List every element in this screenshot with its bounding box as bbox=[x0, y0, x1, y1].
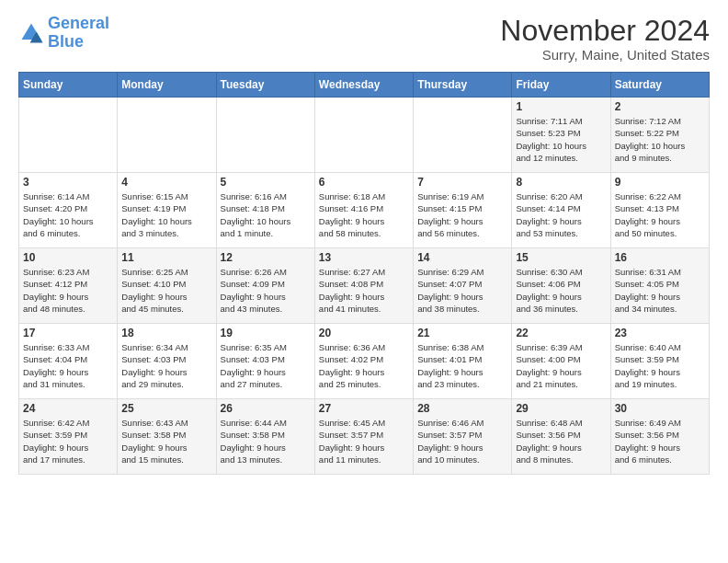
table-row: 17Sunrise: 6:33 AM Sunset: 4:04 PM Dayli… bbox=[19, 324, 118, 399]
table-row: 15Sunrise: 6:30 AM Sunset: 4:06 PM Dayli… bbox=[512, 248, 610, 324]
day-number: 8 bbox=[516, 176, 606, 189]
day-info: Sunrise: 6:15 AM Sunset: 4:19 PM Dayligh… bbox=[121, 190, 211, 239]
header-sunday: Sunday bbox=[19, 73, 118, 98]
title-block: November 2024 Surry, Maine, United State… bbox=[500, 15, 710, 63]
day-number: 11 bbox=[121, 251, 211, 264]
day-info: Sunrise: 6:25 AM Sunset: 4:10 PM Dayligh… bbox=[121, 266, 211, 315]
day-number: 20 bbox=[319, 327, 409, 339]
day-number: 26 bbox=[221, 402, 311, 415]
day-number: 14 bbox=[417, 251, 507, 264]
table-row bbox=[216, 98, 314, 173]
day-info: Sunrise: 6:22 AM Sunset: 4:13 PM Dayligh… bbox=[615, 190, 705, 239]
table-row: 19Sunrise: 6:35 AM Sunset: 4:03 PM Dayli… bbox=[216, 324, 314, 399]
day-number: 7 bbox=[417, 176, 507, 189]
day-info: Sunrise: 6:30 AM Sunset: 4:06 PM Dayligh… bbox=[516, 266, 606, 315]
day-number: 10 bbox=[23, 251, 113, 264]
day-number: 13 bbox=[319, 251, 409, 264]
table-row: 21Sunrise: 6:38 AM Sunset: 4:01 PM Dayli… bbox=[414, 324, 512, 399]
day-info: Sunrise: 6:49 AM Sunset: 3:56 PM Dayligh… bbox=[615, 417, 705, 465]
day-number: 28 bbox=[417, 402, 507, 415]
day-number: 3 bbox=[23, 176, 113, 189]
table-row bbox=[19, 98, 118, 173]
day-info: Sunrise: 6:23 AM Sunset: 4:12 PM Dayligh… bbox=[23, 266, 113, 315]
day-info: Sunrise: 6:20 AM Sunset: 4:14 PM Dayligh… bbox=[516, 190, 606, 239]
table-row: 9Sunrise: 6:22 AM Sunset: 4:13 PM Daylig… bbox=[610, 173, 709, 248]
header-thursday: Thursday bbox=[414, 73, 512, 98]
day-info: Sunrise: 7:12 AM Sunset: 5:22 PM Dayligh… bbox=[615, 115, 705, 164]
table-row: 2Sunrise: 7:12 AM Sunset: 5:22 PM Daylig… bbox=[610, 98, 709, 173]
table-row: 24Sunrise: 6:42 AM Sunset: 3:59 PM Dayli… bbox=[19, 399, 118, 475]
table-row: 6Sunrise: 6:18 AM Sunset: 4:16 PM Daylig… bbox=[314, 173, 413, 248]
calendar-table: Sunday Monday Tuesday Wednesday Thursday… bbox=[18, 72, 710, 475]
table-row bbox=[118, 98, 216, 173]
table-row: 16Sunrise: 6:31 AM Sunset: 4:05 PM Dayli… bbox=[610, 248, 709, 324]
header-tuesday: Tuesday bbox=[216, 73, 314, 98]
table-row: 3Sunrise: 6:14 AM Sunset: 4:20 PM Daylig… bbox=[19, 173, 118, 248]
day-number: 23 bbox=[615, 327, 705, 339]
table-row: 26Sunrise: 6:44 AM Sunset: 3:58 PM Dayli… bbox=[216, 399, 314, 475]
table-row: 13Sunrise: 6:27 AM Sunset: 4:08 PM Dayli… bbox=[314, 248, 413, 324]
table-row: 25Sunrise: 6:43 AM Sunset: 3:58 PM Dayli… bbox=[118, 399, 216, 475]
day-info: Sunrise: 6:33 AM Sunset: 4:04 PM Dayligh… bbox=[23, 341, 113, 390]
table-row: 1Sunrise: 7:11 AM Sunset: 5:23 PM Daylig… bbox=[512, 98, 610, 173]
day-number: 15 bbox=[516, 251, 606, 264]
day-number: 12 bbox=[221, 251, 311, 264]
day-info: Sunrise: 6:42 AM Sunset: 3:59 PM Dayligh… bbox=[23, 417, 113, 465]
table-row: 12Sunrise: 6:26 AM Sunset: 4:09 PM Dayli… bbox=[216, 248, 314, 324]
table-row: 8Sunrise: 6:20 AM Sunset: 4:14 PM Daylig… bbox=[512, 173, 610, 248]
day-number: 6 bbox=[319, 176, 409, 189]
day-info: Sunrise: 6:38 AM Sunset: 4:01 PM Dayligh… bbox=[417, 341, 507, 390]
day-info: Sunrise: 6:39 AM Sunset: 4:00 PM Dayligh… bbox=[516, 341, 606, 390]
header-monday: Monday bbox=[118, 73, 216, 98]
day-info: Sunrise: 6:14 AM Sunset: 4:20 PM Dayligh… bbox=[23, 190, 113, 239]
logo-line2: Blue bbox=[48, 32, 84, 51]
table-row: 28Sunrise: 6:46 AM Sunset: 3:57 PM Dayli… bbox=[414, 399, 512, 475]
logo-icon bbox=[18, 20, 44, 46]
day-number: 24 bbox=[23, 402, 113, 415]
table-row: 22Sunrise: 6:39 AM Sunset: 4:00 PM Dayli… bbox=[512, 324, 610, 399]
table-row bbox=[414, 98, 512, 173]
day-number: 4 bbox=[121, 176, 211, 189]
day-info: Sunrise: 7:11 AM Sunset: 5:23 PM Dayligh… bbox=[516, 115, 606, 164]
day-number: 9 bbox=[615, 176, 705, 189]
day-info: Sunrise: 6:36 AM Sunset: 4:02 PM Dayligh… bbox=[319, 341, 409, 390]
logo: General Blue bbox=[18, 15, 109, 52]
header-saturday: Saturday bbox=[610, 73, 709, 98]
table-row: 4Sunrise: 6:15 AM Sunset: 4:19 PM Daylig… bbox=[118, 173, 216, 248]
logo-text: General Blue bbox=[48, 15, 109, 52]
day-info: Sunrise: 6:40 AM Sunset: 3:59 PM Dayligh… bbox=[615, 341, 705, 390]
day-number: 17 bbox=[23, 327, 113, 339]
day-number: 29 bbox=[516, 402, 606, 415]
header-friday: Friday bbox=[512, 73, 610, 98]
table-row: 27Sunrise: 6:45 AM Sunset: 3:57 PM Dayli… bbox=[314, 399, 413, 475]
day-number: 22 bbox=[516, 327, 606, 339]
day-number: 30 bbox=[615, 402, 705, 415]
table-row: 14Sunrise: 6:29 AM Sunset: 4:07 PM Dayli… bbox=[414, 248, 512, 324]
header-wednesday: Wednesday bbox=[314, 73, 413, 98]
day-info: Sunrise: 6:43 AM Sunset: 3:58 PM Dayligh… bbox=[121, 417, 211, 465]
day-number: 19 bbox=[221, 327, 311, 339]
table-row: 7Sunrise: 6:19 AM Sunset: 4:15 PM Daylig… bbox=[414, 173, 512, 248]
day-number: 1 bbox=[516, 100, 606, 113]
logo-line1: General bbox=[48, 14, 109, 32]
table-row bbox=[314, 98, 413, 173]
calendar-header: Sunday Monday Tuesday Wednesday Thursday… bbox=[19, 73, 710, 98]
day-number: 25 bbox=[121, 402, 211, 415]
day-info: Sunrise: 6:26 AM Sunset: 4:09 PM Dayligh… bbox=[221, 266, 311, 315]
day-info: Sunrise: 6:16 AM Sunset: 4:18 PM Dayligh… bbox=[221, 190, 311, 239]
day-info: Sunrise: 6:45 AM Sunset: 3:57 PM Dayligh… bbox=[319, 417, 409, 465]
day-number: 2 bbox=[615, 100, 705, 113]
month-title: November 2024 bbox=[500, 15, 710, 47]
table-row: 20Sunrise: 6:36 AM Sunset: 4:02 PM Dayli… bbox=[314, 324, 413, 399]
page: General Blue November 2024 Surry, Maine,… bbox=[0, 0, 728, 484]
day-info: Sunrise: 6:18 AM Sunset: 4:16 PM Dayligh… bbox=[319, 190, 409, 239]
calendar-body: 1Sunrise: 7:11 AM Sunset: 5:23 PM Daylig… bbox=[19, 98, 710, 475]
day-info: Sunrise: 6:31 AM Sunset: 4:05 PM Dayligh… bbox=[615, 266, 705, 315]
table-row: 29Sunrise: 6:48 AM Sunset: 3:56 PM Dayli… bbox=[512, 399, 610, 475]
day-number: 18 bbox=[121, 327, 211, 339]
table-row: 5Sunrise: 6:16 AM Sunset: 4:18 PM Daylig… bbox=[216, 173, 314, 248]
day-info: Sunrise: 6:44 AM Sunset: 3:58 PM Dayligh… bbox=[221, 417, 311, 465]
table-row: 10Sunrise: 6:23 AM Sunset: 4:12 PM Dayli… bbox=[19, 248, 118, 324]
location: Surry, Maine, United States bbox=[500, 47, 710, 63]
day-info: Sunrise: 6:27 AM Sunset: 4:08 PM Dayligh… bbox=[319, 266, 409, 315]
